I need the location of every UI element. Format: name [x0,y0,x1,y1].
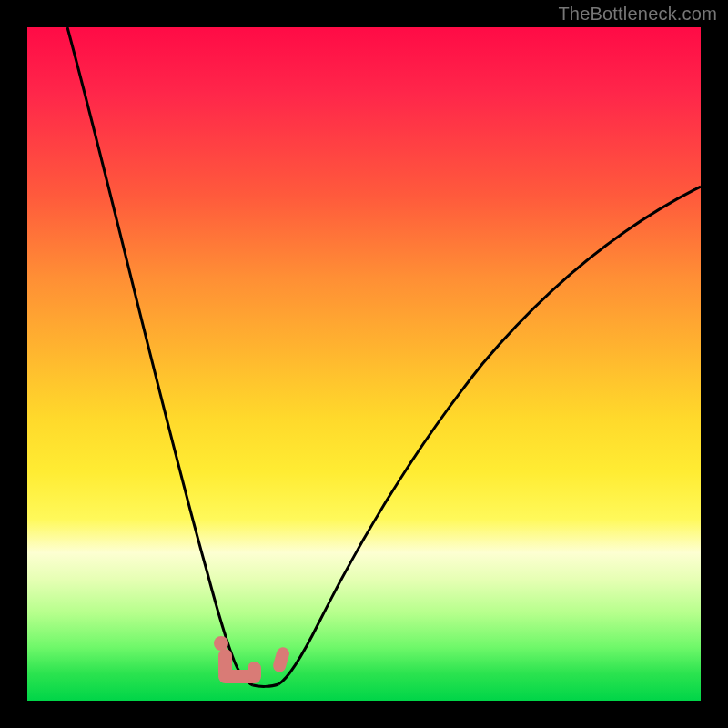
curve-left-branch [67,27,253,685]
curve-right-branch [278,187,701,684]
watermark-text: TheBottleneck.com [558,4,717,25]
chart-frame: TheBottleneck.com [0,0,728,728]
marker-l-up [248,662,261,683]
curve-valley [253,684,278,686]
bottleneck-curve [27,27,701,701]
chart-plot-area [27,27,701,701]
